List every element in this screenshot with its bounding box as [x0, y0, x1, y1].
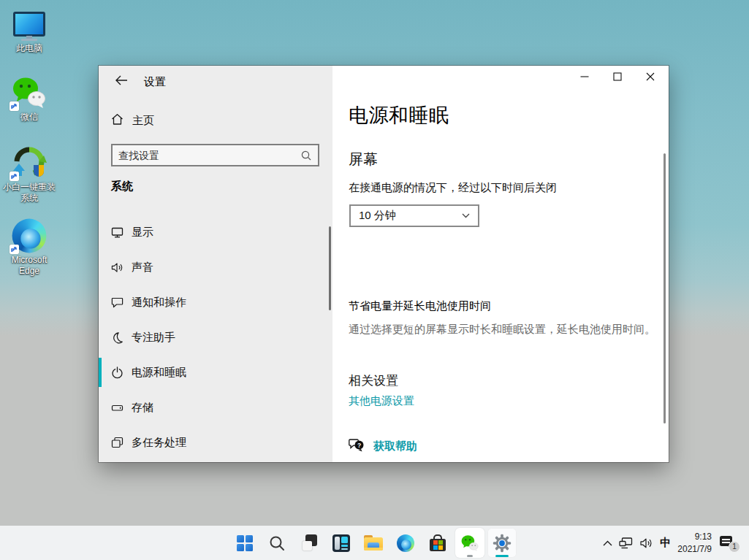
search-icon: [301, 150, 311, 161]
windows-logo-icon: [237, 535, 253, 551]
sidebar-item-storage[interactable]: 存储: [99, 393, 332, 422]
dropdown-value: 10 分钟: [351, 209, 462, 223]
wechat-icon: [460, 534, 479, 552]
get-help-link[interactable]: 获取帮助: [373, 440, 417, 453]
sidebar-item-sound[interactable]: 声音: [99, 253, 332, 282]
desktop-icon-label: Microsoft Edge: [2, 255, 56, 277]
back-button[interactable]: [110, 72, 132, 89]
widgets-button[interactable]: [327, 528, 356, 558]
tray-time: 9:13: [677, 531, 712, 543]
other-power-settings-link[interactable]: 其他电源设置: [349, 394, 414, 408]
sidebar-item-multitasking[interactable]: 多任务处理: [99, 428, 332, 457]
battery-tip-title: 节省电量并延长电池使用时间: [349, 299, 491, 313]
display-icon: [111, 226, 123, 239]
window-controls: [568, 66, 666, 88]
start-button[interactable]: [230, 528, 259, 558]
edge-icon: [397, 534, 414, 552]
minimize-button[interactable]: [568, 66, 601, 88]
sidebar-item-home[interactable]: 主页: [111, 110, 320, 131]
shortcut-arrow-icon: [9, 101, 19, 111]
help-bubble-icon: ?: [349, 438, 365, 455]
active-indicator: [495, 555, 509, 557]
settings-content: 电源和睡眠 屏幕 在接通电源的情况下，经过以下时间后关闭 10 分钟 节省电量并…: [332, 66, 669, 462]
notification-badge: 1: [729, 541, 740, 553]
this-pc-icon: [11, 7, 47, 41]
screen-section-title: 屏幕: [349, 150, 378, 169]
chevron-down-icon: [462, 213, 470, 218]
home-icon: [111, 113, 123, 129]
edge-icon: [11, 219, 47, 253]
sidebar-item-focus-assist[interactable]: 专注助手: [99, 323, 332, 352]
svg-text:?: ?: [357, 442, 361, 449]
widgets-icon: [332, 534, 350, 552]
task-view-icon: [300, 534, 319, 553]
sidebar-section-title: 系统: [111, 180, 133, 193]
shortcut-arrow-icon: [9, 245, 19, 254]
search-input[interactable]: [113, 150, 301, 161]
page-title: 电源和睡眠: [349, 102, 449, 129]
notifications-icon: [111, 296, 123, 309]
related-settings-title: 相关设置: [349, 372, 398, 389]
settings-taskbar-button[interactable]: [487, 528, 517, 558]
microsoft-store-icon: [429, 534, 446, 552]
power-sleep-icon: [111, 367, 123, 379]
store-button[interactable]: [423, 528, 452, 558]
taskbar-center: [230, 528, 517, 558]
network-icon[interactable]: [619, 537, 634, 549]
desktop-icon-label: 小白一键重装系统: [2, 182, 56, 204]
get-help-row[interactable]: ? 获取帮助: [349, 438, 417, 455]
selected-indicator: [99, 358, 102, 387]
desktop-icon-this-pc[interactable]: 此电脑: [2, 7, 56, 54]
running-indicator: [467, 555, 473, 557]
search-icon: [269, 535, 285, 551]
content-scrollbar[interactable]: [664, 153, 666, 423]
settings-sidebar: 设置 主页 系统 显示: [99, 66, 332, 462]
sound-icon: [111, 261, 123, 274]
settings-search-box[interactable]: [111, 144, 319, 166]
close-button[interactable]: [634, 66, 666, 88]
tray-date: 2021/7/9: [677, 543, 712, 556]
shortcut-arrow-icon: [9, 172, 19, 181]
desktop-icon-xiaobai[interactable]: 小白一键重装系统: [2, 146, 56, 204]
battery-tip-description: 通过选择更短的屏幕显示时长和睡眠设置，延长电池使用时间。: [349, 323, 655, 337]
screen-timeout-label: 在接通电源的情况下，经过以下时间后关闭: [349, 181, 557, 195]
desktop[interactable]: 此电脑 微信: [0, 0, 749, 560]
desktop-icon-label: 微信: [20, 112, 38, 123]
volume-icon[interactable]: [640, 537, 653, 549]
settings-gear-icon: [493, 534, 512, 553]
ime-indicator[interactable]: 中: [660, 536, 671, 550]
edge-button[interactable]: [391, 528, 420, 558]
file-explorer-button[interactable]: [359, 528, 388, 558]
focus-assist-icon: [111, 331, 123, 344]
settings-window: 设置 主页 系统 显示: [99, 66, 669, 462]
show-hidden-icons-button[interactable]: [603, 540, 612, 546]
sidebar-item-power-sleep[interactable]: 电源和睡眠: [99, 358, 332, 387]
desktop-icon-edge[interactable]: Microsoft Edge: [2, 219, 56, 277]
sidebar-home-label: 主页: [132, 114, 154, 128]
wechat-icon: [11, 76, 47, 110]
window-title: 设置: [144, 75, 166, 89]
chevron-up-icon: [603, 540, 612, 546]
desktop-icon-label: 此电脑: [16, 43, 42, 54]
desktop-icon-wechat[interactable]: 微信: [2, 76, 56, 123]
xiaobai-reinstall-icon: [11, 146, 47, 180]
search-button[interactable]: [262, 528, 292, 558]
wechat-taskbar-button[interactable]: [455, 528, 484, 558]
sidebar-scrollbar[interactable]: [329, 226, 331, 310]
clock[interactable]: 9:13 2021/7/9: [677, 531, 712, 556]
system-tray: 中 9:13 2021/7/9 1: [603, 526, 740, 560]
storage-icon: [111, 402, 123, 414]
task-view-button[interactable]: [294, 528, 324, 558]
multitasking-icon: [111, 437, 123, 449]
sidebar-item-notifications[interactable]: 通知和操作: [99, 288, 332, 317]
maximize-button[interactable]: [601, 66, 634, 88]
notification-center-button[interactable]: 1: [718, 532, 740, 554]
screen-timeout-dropdown[interactable]: 10 分钟: [349, 204, 479, 227]
sidebar-item-display[interactable]: 显示: [99, 218, 332, 247]
taskbar: 中 9:13 2021/7/9 1: [0, 526, 749, 560]
file-explorer-icon: [364, 535, 383, 551]
